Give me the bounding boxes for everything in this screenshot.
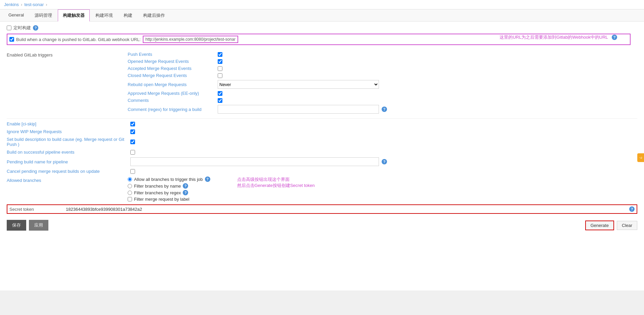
approved-merge-row: Approved Merge Requests (EE-only) xyxy=(128,91,637,96)
breadcrumb-project[interactable]: test-sonar xyxy=(24,2,44,7)
push-events-row: Push Events xyxy=(128,52,637,57)
ignore-wip-checkbox[interactable] xyxy=(130,129,135,134)
radio-filter-regex: Filter branches by regex ? xyxy=(128,190,210,195)
pending-build-input[interactable] xyxy=(130,157,379,166)
ignore-wip-row: Ignore WIP Merge Requests xyxy=(7,129,637,134)
advanced-annotation: 点击高级按钮出现这个界面 然后点击Generate按钮创建Secret toke… xyxy=(237,176,315,189)
radio-group: Allow all branches to trigger this job ?… xyxy=(128,176,210,202)
build-pipeline-label: Build on successful pipeline events xyxy=(7,150,128,155)
annotation-generate: 然后点击Generate按钮创建Secret token xyxy=(237,183,315,189)
closed-merge-label: Closed Merge Request Events xyxy=(128,73,215,78)
gitlab-webhook-url: http://jenkins.example.com:8080/project/… xyxy=(143,36,238,43)
tab-source[interactable]: 源码管理 xyxy=(30,9,57,21)
comment-regex-label: Comment (regex) for triggering a build xyxy=(128,107,215,112)
radio-all-branches: Allow all branches to trigger this job ? xyxy=(128,176,210,182)
apply-button[interactable]: 应用 xyxy=(29,220,48,231)
accepted-merge-checkbox[interactable] xyxy=(218,66,222,71)
enabled-gitlab-label: Enabled GitLab triggers xyxy=(7,52,128,116)
pending-build-label: Pending build name for pipeline xyxy=(7,159,128,164)
gitlab-triggers-content: Push Events Opened Merge Request Events … xyxy=(128,52,637,116)
build-pipeline-row: Build on successful pipeline events xyxy=(7,150,637,155)
radio-all-label: Allow all branches to trigger this job xyxy=(134,177,203,182)
opened-merge-checkbox[interactable] xyxy=(218,59,222,64)
radio-all-input[interactable] xyxy=(128,177,132,182)
radio-regex-help-icon[interactable]: ? xyxy=(183,190,188,195)
bottom-buttons: 保存 应用 Generate Clear xyxy=(7,220,637,231)
radio-name-input[interactable] xyxy=(128,184,132,188)
tab-build[interactable]: 构建 xyxy=(119,9,137,21)
side-tab[interactable]: ? xyxy=(637,153,644,162)
secret-token-label: Secret token xyxy=(9,207,63,212)
annotation-advanced: 点击高级按钮出现这个界面 xyxy=(237,176,315,183)
main-content: 定时构建 ? Build when a change is pushed to … xyxy=(0,22,644,290)
radio-all-help-icon[interactable]: ? xyxy=(205,176,210,182)
enable-ciskip-checkbox[interactable] xyxy=(130,122,135,126)
radio-label-input[interactable] xyxy=(128,197,132,201)
breadcrumb: Jenkins › test-sonar › xyxy=(0,0,644,9)
build-pipeline-checkbox[interactable] xyxy=(130,150,135,155)
secret-token-value: 18236443893bfce939908301a73842a2 xyxy=(66,207,627,212)
radio-regex-label: Filter branches by regex xyxy=(134,190,181,195)
comments-label: Comments xyxy=(128,98,215,103)
secret-token-row: Secret token 18236443893bfce939908301a73… xyxy=(7,204,637,214)
comment-regex-help-icon[interactable]: ? xyxy=(382,107,387,112)
clear-button[interactable]: Clear xyxy=(617,221,637,230)
closed-merge-row: Closed Merge Request Events xyxy=(128,73,637,78)
tab-build-env[interactable]: 构建环境 xyxy=(90,9,118,21)
push-events-label: Push Events xyxy=(128,52,215,57)
accepted-merge-row: Accepted Merge Request Events xyxy=(128,66,637,71)
comments-checkbox[interactable] xyxy=(218,98,222,103)
set-build-desc-row: Set build description to build cause (eg… xyxy=(7,137,637,147)
set-build-desc-checkbox[interactable] xyxy=(130,140,135,144)
gitlab-build-checkbox[interactable] xyxy=(9,37,14,42)
opened-merge-label: Opened Merge Request Events xyxy=(128,59,215,64)
radio-filter-label: Filter merge request by label xyxy=(128,197,210,202)
scheduled-checkbox[interactable] xyxy=(7,26,11,30)
enable-ciskip-label: Enable [ci-skip] xyxy=(7,121,128,126)
tab-general[interactable]: General xyxy=(3,9,29,21)
pending-build-help-icon[interactable]: ? xyxy=(382,159,387,164)
breadcrumb-sep2: › xyxy=(46,2,47,7)
cancel-pending-checkbox[interactable] xyxy=(130,169,135,174)
comments-row: Comments xyxy=(128,98,637,103)
push-events-checkbox[interactable] xyxy=(218,52,222,57)
approved-merge-checkbox[interactable] xyxy=(218,91,222,96)
gitlab-triggers-section: Enabled GitLab triggers Push Events Open… xyxy=(7,52,637,116)
closed-merge-checkbox[interactable] xyxy=(218,73,222,78)
scheduled-label: 定时构建 xyxy=(13,25,31,31)
rebuild-merge-label: Rebuild open Merge Requests xyxy=(128,82,215,87)
scheduled-row: 定时构建 ? xyxy=(7,25,637,31)
gitlab-build-text: Build when a change is pushed to GitLab.… xyxy=(16,37,141,42)
scheduled-help-icon[interactable]: ? xyxy=(33,25,38,31)
approved-merge-label: Approved Merge Requests (EE-only) xyxy=(128,91,215,96)
radio-label-label: Filter merge request by label xyxy=(134,197,189,202)
tab-build-trigger[interactable]: 构建触发器 xyxy=(58,9,90,22)
breadcrumb-jenkins[interactable]: Jenkins xyxy=(4,2,19,7)
cancel-pending-row: Cancel pending merge request builds on u… xyxy=(7,169,637,174)
breadcrumb-sep1: › xyxy=(21,2,22,7)
set-build-desc-label: Set build description to build cause (eg… xyxy=(7,137,128,147)
radio-name-help-icon[interactable]: ? xyxy=(183,183,188,189)
generate-button[interactable]: Generate xyxy=(585,221,614,230)
comment-regex-input[interactable]: Jenkins please retry a build xyxy=(218,105,379,114)
tab-post-build[interactable]: 构建后操作 xyxy=(138,9,170,21)
save-button[interactable]: 保存 xyxy=(7,220,26,231)
rebuild-merge-row: Rebuild open Merge Requests Never On pus… xyxy=(128,80,637,89)
gitlab-build-help-icon[interactable]: ? xyxy=(612,35,617,40)
pending-build-row: Pending build name for pipeline ? xyxy=(7,157,637,166)
ignore-wip-label: Ignore WIP Merge Requests xyxy=(7,129,128,134)
radio-regex-input[interactable] xyxy=(128,191,132,195)
allowed-branches-label: Allowed branches xyxy=(7,176,128,183)
opened-merge-row: Opened Merge Request Events xyxy=(128,59,637,64)
radio-filter-name: Filter branches by name ? xyxy=(128,183,210,189)
enable-ciskip-row: Enable [ci-skip] xyxy=(7,121,637,126)
url-annotation: 这里的URL为之后需要添加到Gitlab的Webhook中的URL xyxy=(500,35,608,40)
rebuild-select[interactable]: Never On push to source branch On push t… xyxy=(218,80,379,89)
allowed-branches-section: Allowed branches Allow all branches to t… xyxy=(7,176,637,202)
cancel-pending-label: Cancel pending merge request builds on u… xyxy=(7,169,128,174)
comment-regex-row: Comment (regex) for triggering a build J… xyxy=(128,105,637,114)
secret-token-help-icon[interactable]: ? xyxy=(629,206,635,212)
radio-name-label: Filter branches by name xyxy=(134,184,181,189)
tab-bar: General 源码管理 构建触发器 构建环境 构建 构建后操作 xyxy=(0,9,644,22)
accepted-merge-label: Accepted Merge Request Events xyxy=(128,66,215,71)
